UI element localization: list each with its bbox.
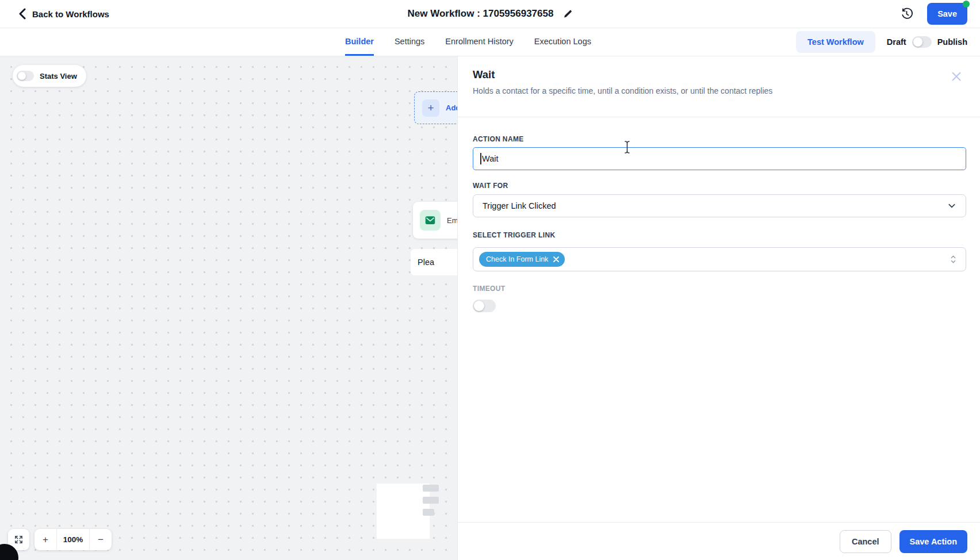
tab-builder[interactable]: Builder [345,28,374,56]
select-stepper-icon [949,254,958,264]
zoom-controls: + 100% − [35,529,112,550]
stats-view-control: Stats View [13,65,86,87]
wait-action-panel: Wait Holds a contact for a specific time… [457,56,980,560]
workflow-tabs: Builder Settings Enrollment History Exec… [345,28,591,56]
zoom-level: 100% [56,529,90,550]
tab-execution-logs[interactable]: Execution Logs [534,28,591,56]
cancel-button[interactable]: Cancel [840,530,891,553]
save-label: Save [937,9,957,18]
text-caret [480,153,481,164]
save-button[interactable]: Save [927,3,967,25]
zoom-in-button[interactable]: + [35,529,56,550]
back-label: Back to Workflows [32,9,109,19]
panel-title: Wait [473,68,495,81]
publish-label: Publish [937,37,967,47]
tab-enrollment-history[interactable]: Enrollment History [445,28,513,56]
publish-toggle[interactable] [912,36,932,48]
unsaved-changes-dot [963,1,970,7]
save-action-button[interactable]: Save Action [899,530,967,553]
timeout-label: TIMEOUT [473,285,506,293]
topbar-actions: Save [900,0,967,28]
partial-text: Plea [418,258,434,267]
expand-icon [14,535,24,544]
tab-settings[interactable]: Settings [395,28,424,56]
action-name-input[interactable] [473,147,966,170]
chevron-down-icon [947,201,956,210]
trigger-link-multiselect[interactable]: Check In Form Link [473,247,966,271]
workflow-canvas[interactable]: Stats View + Add Ema Plea [0,56,457,560]
test-workflow-button[interactable]: Test Workflow [796,31,875,53]
trigger-link-chip-label: Check In Form Link [486,255,548,263]
publish-toggle-knob [913,37,922,47]
version-history-icon[interactable] [900,7,913,21]
wait-for-label: WAIT FOR [473,182,508,190]
action-name-label: ACTION NAME [473,135,524,143]
workflow-title-group: New Workflow : 1705956937658 [408,0,573,28]
email-icon-container [420,210,441,231]
chip-remove-icon[interactable] [553,256,559,262]
partial-node-text: Plea [411,249,457,275]
add-action-node[interactable]: + Add [414,91,457,124]
timeout-toggle[interactable] [473,300,496,312]
trigger-link-chip: Check In Form Link [479,252,565,267]
workflow-builder-app: Back to Workflows New Workflow : 1705956… [0,0,980,560]
tabbar-actions: Test Workflow Draft Publish [796,28,967,56]
draft-label: Draft [887,37,906,47]
select-trigger-link-label: SELECT TRIGGER LINK [473,231,556,239]
email-icon [424,214,437,227]
email-node-label: Ema [447,216,457,225]
panel-description: Holds a contact for a specific time, unt… [473,86,772,95]
skeleton-bar [423,485,439,492]
timeout-toggle-knob [474,301,484,311]
panel-footer: Cancel Save Action [458,522,980,560]
plus-icon: + [422,99,439,117]
tabbar: Builder Settings Enrollment History Exec… [0,28,980,56]
page-title: New Workflow : 1705956937658 [408,8,554,20]
action-name-field-wrap [473,147,966,170]
stats-view-toggle[interactable] [17,71,34,81]
email-action-node[interactable]: Ema [413,202,457,239]
close-panel-icon[interactable] [951,71,962,82]
edit-title-icon[interactable] [562,9,572,19]
zoom-out-button[interactable]: − [90,529,112,550]
back-to-workflows-link[interactable]: Back to Workflows [18,0,109,28]
skeleton-bar [423,509,434,516]
wait-for-value: Trigger Link Clicked [483,201,556,210]
back-chevron-icon [18,8,26,20]
partial-node-skeleton [377,484,430,539]
add-node-label: Add [446,103,457,112]
stats-view-toggle-knob [18,72,26,80]
skeleton-bar [423,497,439,504]
topbar: Back to Workflows New Workflow : 1705956… [0,0,980,28]
panel-divider [458,117,980,117]
ibeam-cursor [623,140,631,154]
wait-for-select[interactable]: Trigger Link Clicked [473,194,966,217]
stats-view-label: Stats View [40,72,77,80]
